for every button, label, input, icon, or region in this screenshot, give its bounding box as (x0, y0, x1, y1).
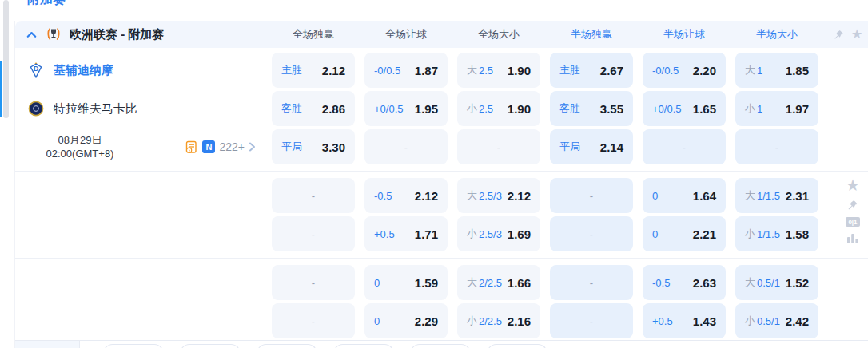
odds-cell-ht-handicap[interactable]: -0.52.63 (643, 265, 726, 300)
odds-cell-empty: - (550, 216, 633, 251)
scrollbar-thumb[interactable] (3, 0, 9, 118)
match-time: 02:00(GMT+8) (20, 147, 140, 160)
left-spacer (15, 176, 267, 215)
match-datetime: 08月29日 02:00(GMT+8) (20, 133, 140, 160)
league-header-left: 欧洲联赛 - 附加赛 (15, 26, 267, 42)
score-01-icon[interactable]: 0|1 (846, 217, 860, 227)
left-spacer (15, 215, 267, 253)
odds-cell-ht-under[interactable]: 小1/1.51.58 (735, 216, 818, 251)
odds-cell-ht-1x2-away[interactable]: 客胜3.55 (550, 91, 633, 126)
odds-cell-ht-handicap[interactable]: +0.51.43 (643, 303, 726, 338)
odds-row-home: D 基辅迪纳摩 主胜2.12 -0/0.51.87 大2.51.90 主胜2.6… (15, 51, 868, 89)
odds-cell-ht-1x2-home[interactable]: 主胜2.67 (550, 53, 633, 88)
odds-cell-ft-handicap-away[interactable]: +0/0.51.95 (364, 91, 448, 126)
odds-cell-ft-under[interactable]: 小2.51.90 (457, 91, 540, 126)
league-header-actions: ★ (833, 28, 862, 41)
odds-cell-empty: - (550, 265, 633, 300)
odds-cell-ft-over[interactable]: 大2.51.90 (457, 53, 540, 88)
chevron-right-icon (249, 142, 256, 152)
svg-text:D: D (34, 65, 38, 73)
odds-cell-ft-under[interactable]: 小2/2.52.16 (457, 303, 540, 338)
league-title: 欧洲联赛 - 附加赛 (70, 27, 164, 42)
clipped-top-tab[interactable]: 附加赛 (27, 0, 66, 7)
away-team-name: 特拉维夫马卡比 (54, 101, 137, 117)
odds-cell-ft-1x2-draw[interactable]: 平局3.30 (272, 129, 355, 164)
odds-row-alt: - -0.52.12 大2.5/32.12 - 01.64 大1/1.52.31 (15, 176, 868, 215)
odds-cell-empty: - (457, 129, 540, 164)
odds-cell-empty: - (550, 303, 633, 338)
favorite-star-icon[interactable]: ★ (846, 177, 860, 193)
odds-row-alt: - 01.59 大2/2.51.66 - -0.52.63 大0.5/11.52 (15, 263, 868, 302)
odds-cell-ht-over[interactable]: 大1/1.52.31 (735, 178, 818, 213)
odds-cell-ht-handicap-away[interactable]: +0/0.51.65 (643, 91, 726, 126)
match-date: 08月29日 (20, 133, 140, 147)
odds-cell-ft-under[interactable]: 小2.5/31.69 (457, 216, 540, 251)
stats-bars-icon[interactable] (846, 232, 859, 243)
odds-cell-ft-handicap-home[interactable]: -0/0.51.87 (364, 53, 448, 88)
odds-row-alt: - 02.29 小2/2.52.16 - +0.51.43 小0.5/12.42 (15, 302, 868, 340)
odds-cell-empty: - (364, 129, 448, 164)
star-icon[interactable]: ★ (851, 28, 862, 41)
odds-grid: D 基辅迪纳摩 主胜2.12 -0/0.51.87 大2.51.90 主胜2.6… (15, 48, 868, 340)
odds-cell-ht-over[interactable]: 大11.85 (735, 53, 818, 88)
odds-cell-ht-handicap[interactable]: 01.64 (643, 178, 726, 213)
odds-cell-ht-handicap[interactable]: 02.21 (643, 216, 726, 251)
odds-cell-ft-over[interactable]: 大2/2.51.66 (457, 265, 540, 300)
home-team-logo-icon: D (28, 62, 44, 78)
floating-action-bar: ★ 0|1 (841, 177, 865, 243)
odds-cell-empty: - (643, 129, 726, 164)
market-chip[interactable] (103, 344, 164, 348)
league-card: 欧洲联赛 - 附加赛 全场独赢 全场让球 全场大小 半场独赢 半场让球 半场大小… (14, 21, 868, 348)
market-chip[interactable] (180, 344, 241, 348)
column-header-halftime-handicap: 半场让球 (638, 27, 731, 42)
odds-cell-empty: - (272, 178, 355, 213)
odds-row-draw: 08月29日 02:00(GMT+8) N 222+ (15, 128, 868, 166)
league-header: 欧洲联赛 - 附加赛 全场独赢 全场让球 全场大小 半场独赢 半场让球 半场大小… (15, 21, 868, 48)
column-header-halftime-overunder: 半场大小 (731, 27, 823, 42)
column-header-halftime-1x2: 半场独赢 (545, 27, 638, 42)
odds-cell-ft-handicap[interactable]: 01.59 (364, 265, 448, 300)
odds-row-alt: - +0.51.71 小2.5/31.69 - 02.21 小1/1.51.58 (15, 215, 868, 253)
odds-cell-ht-over[interactable]: 大0.5/11.52 (735, 265, 818, 300)
column-header-fulltime-overunder: 全场大小 (452, 27, 545, 42)
news-badge-icon: N (202, 140, 215, 153)
odds-cell-ft-handicap[interactable]: +0.51.71 (364, 216, 448, 251)
left-spacer (15, 302, 267, 340)
odds-history-icon (185, 140, 198, 154)
away-team-row[interactable]: 特拉维夫马卡比 (15, 89, 267, 128)
away-team-logo-icon (28, 101, 44, 117)
home-team-row[interactable]: D 基辅迪纳摩 (15, 51, 267, 89)
collapse-chevron-up-icon[interactable] (26, 30, 38, 39)
market-chip[interactable] (410, 344, 471, 348)
odds-cell-empty: - (272, 265, 355, 300)
group-divider (15, 171, 868, 172)
odds-cell-ht-handicap-home[interactable]: -0/0.52.20 (643, 53, 726, 88)
odds-cell-ft-handicap[interactable]: 02.29 (364, 303, 448, 338)
home-team-name: 基辅迪纳摩 (54, 63, 113, 78)
odds-cell-ht-under[interactable]: 小11.97 (735, 91, 818, 126)
odds-cell-empty: - (272, 303, 355, 338)
odds-cell-ft-over[interactable]: 大2.5/32.12 (457, 178, 540, 213)
market-chip[interactable] (333, 344, 394, 348)
left-spacer (15, 263, 267, 302)
clipped-top-tab-label: 附加赛 (27, 0, 66, 7)
scroll-active-indicator (0, 61, 2, 117)
pin-icon[interactable] (846, 199, 859, 212)
pin-icon[interactable] (833, 29, 845, 41)
market-chip[interactable] (487, 344, 547, 348)
column-header-fulltime-handicap: 全场让球 (360, 27, 452, 42)
next-card-left-block (15, 341, 80, 348)
odds-cell-empty: - (735, 129, 818, 164)
odds-cell-ft-1x2-away[interactable]: 客胜2.86 (272, 91, 355, 126)
odds-cell-empty: - (272, 216, 355, 251)
market-chip[interactable] (257, 344, 317, 348)
markets-count: 222+ (219, 140, 245, 153)
odds-cell-ht-under[interactable]: 小0.5/12.42 (735, 303, 818, 338)
europa-trophy-icon (46, 26, 62, 42)
odds-cell-ft-handicap[interactable]: -0.52.12 (364, 178, 448, 213)
more-markets-link[interactable]: N 222+ (185, 140, 256, 154)
group-divider (15, 258, 868, 259)
odds-cell-ht-1x2-draw[interactable]: 平局2.14 (550, 129, 633, 164)
odds-cell-empty: - (550, 178, 633, 213)
odds-cell-ft-1x2-home[interactable]: 主胜2.12 (272, 53, 355, 88)
